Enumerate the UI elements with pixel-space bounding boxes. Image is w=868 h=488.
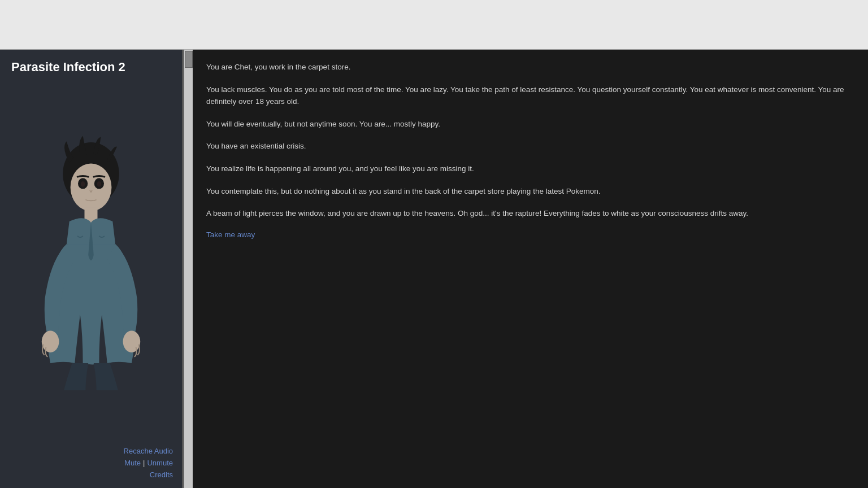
story-line-7: A beam of light pierces the window, and …	[206, 207, 854, 220]
story-line-2: You lack muscles. You do as you are told…	[206, 84, 854, 108]
credits-link[interactable]: Credits	[150, 470, 173, 479]
character-illustration	[29, 130, 153, 390]
unmute-link[interactable]: Unmute	[147, 459, 173, 467]
story-line-6: You contemplate this, but do nothing abo…	[206, 185, 854, 198]
mute-link[interactable]: Mute	[124, 459, 141, 467]
scrollbar[interactable]	[184, 50, 193, 488]
svg-point-7	[42, 330, 59, 352]
separator: |	[143, 459, 145, 467]
svg-point-8	[123, 330, 141, 352]
take-me-away-choice[interactable]: Take me away	[206, 230, 255, 239]
game-title: Parasite Infection 2	[0, 50, 137, 80]
svg-point-5	[97, 181, 102, 187]
story-text: You are Chet, you work in the carpet sto…	[206, 61, 854, 239]
browser-chrome	[0, 0, 868, 50]
svg-point-1	[71, 163, 112, 211]
story-line-5: You realize life is happening all around…	[206, 163, 854, 175]
story-line-4: You have an existential crisis.	[206, 140, 854, 152]
scrollbar-thumb[interactable]	[185, 51, 193, 68]
story-line-1: You are Chet, you work in the carpet sto…	[206, 61, 854, 73]
bottom-links: Recache Audio Mute | Unmute Credits	[0, 440, 182, 488]
recache-audio-link[interactable]: Recache Audio	[124, 447, 173, 455]
character-area	[0, 80, 182, 440]
mute-unmute-line: Mute | Unmute	[124, 459, 173, 467]
svg-point-4	[81, 181, 85, 187]
right-panel: You are Chet, you work in the carpet sto…	[193, 50, 868, 488]
story-line-3: You will die eventually, but not anytime…	[206, 118, 854, 130]
left-panel: Parasite Infection 2	[0, 50, 184, 488]
main-wrapper: Parasite Infection 2	[0, 50, 868, 488]
